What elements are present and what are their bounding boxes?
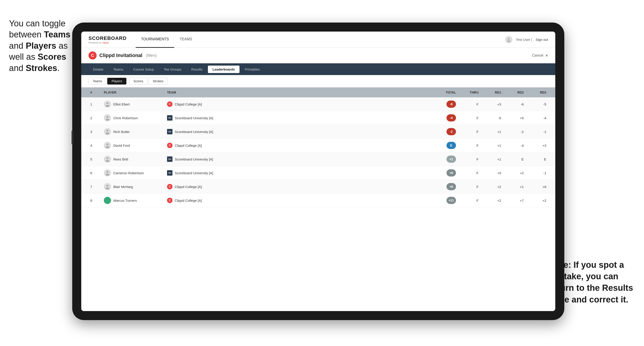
- tab-tee-groups[interactable]: Tee Groups: [159, 66, 186, 73]
- cell-rd2: +1: [503, 184, 526, 189]
- nav-link-tournaments[interactable]: TOURNAMENTS: [136, 31, 174, 48]
- player-avatar: [104, 114, 111, 122]
- toggle-scores[interactable]: Scores: [129, 78, 148, 85]
- cell-thru: F: [458, 184, 480, 189]
- cell-rd3: +3: [526, 143, 548, 148]
- toggle-row: Teams Players Scores Strokes: [81, 75, 555, 87]
- cell-rd1: +2: [480, 184, 503, 189]
- cell-thru: F: [458, 143, 480, 148]
- cell-rd1: +1: [480, 129, 503, 135]
- cell-thru: F: [458, 129, 480, 135]
- table-header: # PLAYER TEAM TOTAL THRU RD1 RD2 RD3: [81, 87, 555, 97]
- tab-results[interactable]: Results: [187, 66, 207, 73]
- score-badge: E: [446, 142, 456, 149]
- cell-rank: 1: [88, 101, 102, 107]
- nav-right: Test User | Sign out: [505, 36, 548, 43]
- cell-rank: 7: [88, 184, 102, 189]
- svg-point-2: [507, 40, 510, 42]
- toggle-teams[interactable]: Teams: [88, 78, 106, 85]
- tablet-frame: SCOREBOARD Powered by clippd TOURNAMENTS…: [72, 22, 564, 320]
- team-logo-scoreboard: SU: [167, 129, 172, 134]
- cell-rd3: -5: [526, 101, 548, 107]
- th-team: TEAM: [165, 90, 426, 95]
- logo-area: SCOREBOARD Powered by clippd: [88, 35, 127, 44]
- cell-rank: 8: [88, 198, 102, 203]
- cell-player: Cameron Robertson: [102, 168, 165, 177]
- score-badge: +6: [446, 169, 456, 176]
- cell-total: -8: [426, 100, 458, 109]
- cell-rd2: +5: [503, 115, 526, 121]
- cell-rd1: +1: [480, 143, 503, 148]
- cell-thru: F: [458, 170, 480, 176]
- cell-rd2: -2: [503, 129, 526, 135]
- cell-rd2: +7: [503, 198, 526, 203]
- table-row[interactable]: 4 David Ford C Clippd College [A] E F +1…: [81, 139, 555, 152]
- team-logo-clippd: C: [167, 101, 172, 107]
- svg-point-11: [106, 157, 108, 159]
- toggle-strokes[interactable]: Strokes: [148, 78, 168, 85]
- tournament-title-area: C Clippd Invitational (Men): [88, 51, 157, 59]
- tab-details[interactable]: Details: [88, 66, 108, 73]
- svg-point-8: [106, 133, 109, 134]
- table-row[interactable]: 5 Rees Britt SU Scoreboard University [A…: [81, 152, 555, 166]
- th-total: TOTAL: [426, 90, 458, 95]
- svg-point-13: [106, 171, 108, 173]
- nav-signout[interactable]: Sign out: [536, 38, 548, 41]
- cell-rank: 4: [88, 143, 102, 148]
- table-row[interactable]: 8 Marcus Turners C Clippd College [A] +1…: [81, 194, 555, 207]
- cell-player: Blair McHarg: [102, 182, 165, 191]
- tab-printables[interactable]: Printables: [240, 66, 264, 73]
- tablet-side-button: [72, 131, 73, 144]
- nav-links: TOURNAMENTS TEAMS: [136, 31, 505, 48]
- tab-course-setup[interactable]: Course Setup: [129, 66, 158, 73]
- cell-rd1: -5: [480, 115, 503, 121]
- toggle-players[interactable]: Players: [107, 78, 126, 85]
- svg-point-15: [106, 185, 108, 187]
- cell-thru: F: [458, 115, 480, 121]
- cell-rd1: +1: [480, 157, 503, 162]
- th-rd2: RD2: [503, 90, 526, 95]
- cell-total: +8: [426, 182, 458, 191]
- table-row[interactable]: 7 Blair McHarg C Clippd College [A] +8 F…: [81, 180, 555, 194]
- cell-rd1: +2: [480, 198, 503, 203]
- cell-rd2: -6: [503, 101, 526, 107]
- tab-leaderboards[interactable]: Leaderboards: [208, 66, 239, 73]
- cell-team: SU Scoreboard University [A]: [165, 169, 426, 176]
- table-row[interactable]: 2 Chris Robertson SU Scoreboard Universi…: [81, 111, 555, 125]
- player-avatar: [104, 183, 111, 190]
- cell-team: C Clippd College [A]: [165, 101, 426, 108]
- tournament-category: (Men): [146, 53, 157, 58]
- cell-team: C Clippd College [A]: [165, 197, 426, 204]
- cell-team: SU Scoreboard University [A]: [165, 156, 426, 163]
- cell-rd3: E: [526, 157, 548, 162]
- cell-total: +11: [426, 196, 458, 205]
- cell-total: E: [426, 141, 458, 150]
- player-avatar: [104, 156, 111, 163]
- cell-rd3: -1: [526, 129, 548, 135]
- cell-rd3: +2: [526, 198, 548, 203]
- tab-teams[interactable]: Teams: [109, 66, 128, 73]
- score-badge: +1: [446, 156, 456, 163]
- cell-player: Rees Britt: [102, 155, 165, 164]
- left-annotation: You can toggle between Teams and Players…: [9, 18, 72, 74]
- team-logo-scoreboard: SU: [167, 157, 172, 162]
- table-row[interactable]: 1 Elliot Ebert C Clippd College [A] -8 F…: [81, 97, 555, 111]
- cell-total: +1: [426, 155, 458, 164]
- cell-team: SU Scoreboard University [A]: [165, 128, 426, 135]
- svg-point-6: [106, 119, 109, 121]
- cell-rank: 2: [88, 115, 102, 121]
- table-row[interactable]: 6 Cameron Robertson SU Scoreboard Univer…: [81, 166, 555, 180]
- tablet-screen: SCOREBOARD Powered by clippd TOURNAMENTS…: [81, 31, 555, 311]
- cell-player: Rich Butler: [102, 127, 165, 136]
- cell-rd2: +2: [503, 170, 526, 176]
- cell-thru: F: [458, 198, 480, 203]
- cancel-button[interactable]: Cancel ✕: [532, 53, 548, 58]
- cell-rd1: +5: [480, 170, 503, 176]
- nav-link-teams[interactable]: TEAMS: [174, 31, 198, 48]
- cell-total: -4: [426, 113, 458, 122]
- cell-rd2: E: [503, 157, 526, 162]
- svg-point-5: [106, 116, 108, 118]
- th-rd3: RD3: [526, 90, 548, 95]
- table-row[interactable]: 3 Rich Butler SU Scoreboard University […: [81, 125, 555, 139]
- score-badge: -4: [446, 114, 456, 122]
